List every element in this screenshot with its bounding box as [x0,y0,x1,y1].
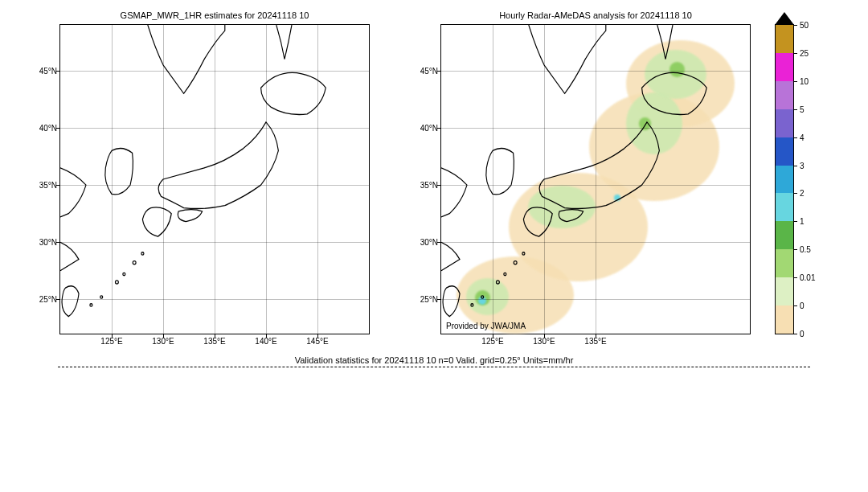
colorbar: 50 25 10 5 4 3 2 1 0.5 0.01 0 0 [775,24,794,334]
divider [58,367,810,367]
cb-tick: 3 [793,161,805,170]
svg-point-5 [90,304,92,306]
svg-point-2 [133,261,136,264]
ytick: 45°N [39,66,60,75]
cb-tick: 0 [793,301,805,310]
ytick: 35°N [39,181,60,190]
cb-tick: 1 [793,217,805,226]
cb-tick: 0.01 [793,273,815,282]
cb-tick: 0.5 [793,245,811,254]
colorbar-extend-max-icon [775,12,794,25]
ytick: 25°N [39,295,60,304]
ytick: 40°N [39,123,60,132]
validation-text: Validation statistics for 20241118 10 n=… [0,355,868,365]
cb-tick: 50 [793,21,809,30]
attribution-text: Provided by JWA/JMA [446,322,526,330]
ytick: 30°N [39,238,60,247]
cb-tick: 4 [793,133,805,141]
ytick: 45°N [420,66,441,75]
cb-tick: 10 [793,76,809,85]
ytick: 35°N [420,181,441,190]
xtick: 140°E [255,334,276,346]
xtick: 135°E [584,334,606,346]
cb-tick: 0 [793,330,805,338]
xtick: 130°E [533,334,555,346]
cb-tick: 5 [793,105,805,113]
ytick: 25°N [420,295,441,304]
xtick: 145°E [306,334,328,346]
xtick: 125°E [481,334,503,346]
panel-left-title: GSMAP_MWR_1HR estimates for 20241118 10 [60,10,369,20]
xtick: 135°E [203,334,225,346]
panel-right-title: Hourly Radar-AMeDAS analysis for 2024111… [441,10,750,20]
svg-point-1 [123,273,125,275]
map-panel-right: Hourly Radar-AMeDAS analysis for 2024111… [440,24,751,334]
xtick: 125°E [100,334,122,346]
svg-point-0 [115,281,118,284]
cb-tick: 2 [793,189,805,198]
figure-root: GSMAP_MWR_1HR estimates for 20241118 10 … [0,0,868,492]
xtick: 130°E [152,334,174,346]
map-panel-left: GSMAP_MWR_1HR estimates for 20241118 10 … [59,24,370,334]
svg-point-3 [141,252,144,255]
ytick: 30°N [420,238,441,247]
ytick: 40°N [420,123,441,132]
svg-point-4 [100,296,103,298]
cb-tick: 25 [793,48,809,57]
